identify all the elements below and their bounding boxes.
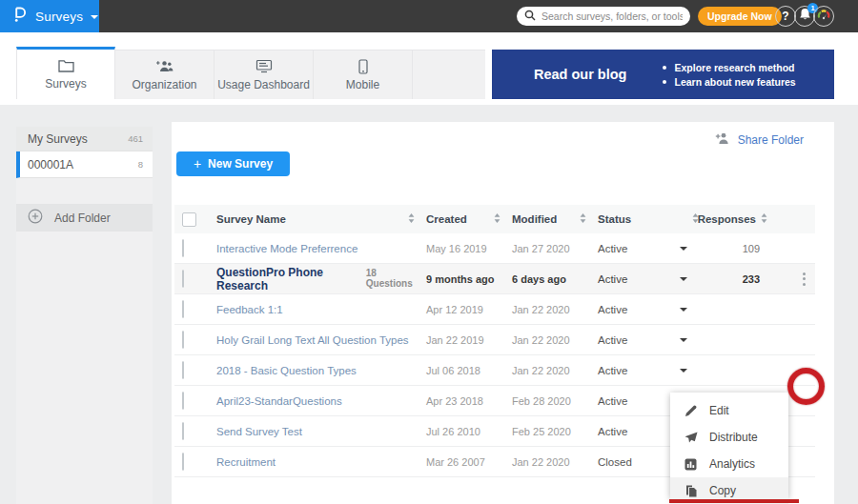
menu-item-analytics[interactable]: Analytics [670, 451, 788, 477]
tab-organization[interactable]: Organization [115, 50, 214, 99]
modified-cell: Feb 25 2020 [504, 426, 590, 437]
survey-name-link[interactable]: Feedback 1:1 [216, 304, 283, 315]
usage-meter-button[interactable] [813, 6, 834, 27]
column-label: Status [598, 213, 631, 225]
folder-count: 461 [128, 133, 143, 144]
status-value: Active [598, 365, 627, 376]
column-label: Modified [512, 213, 557, 225]
pencil-icon [684, 405, 698, 417]
global-search [517, 7, 690, 26]
menu-item-distribute[interactable]: Distribute [670, 424, 788, 451]
survey-name-link[interactable]: 2018 - Basic Question Types [216, 365, 357, 376]
folders-sidebar: My Surveys 461 000001A 8 Add Folder [16, 127, 153, 504]
question-mark-icon: ? [782, 10, 788, 23]
status-dropdown-caret[interactable] [680, 247, 687, 251]
new-survey-button[interactable]: + New Survey [176, 151, 290, 176]
share-folder-button[interactable]: Share Folder [715, 131, 804, 149]
status-dropdown-caret[interactable] [680, 277, 687, 281]
product-switcher[interactable]: Surveys [0, 0, 99, 32]
menu-item-edit[interactable]: Edit [670, 397, 788, 424]
status-value: Active [598, 243, 627, 254]
created-cell: Jul 06 2018 [419, 365, 504, 376]
survey-name-link[interactable]: QuestionPro Phone Research [216, 266, 358, 292]
tab-mobile[interactable]: Mobile [314, 50, 413, 99]
tab-usage-dashboard[interactable]: Usage Dashboard [214, 50, 314, 99]
notifications-button[interactable]: 1 [794, 6, 815, 27]
tab-surveys[interactable]: Surveys [16, 47, 115, 99]
survey-name-cell: April23-StandarQuestions [216, 395, 419, 407]
plus-icon: + [194, 156, 201, 171]
row-checkbox[interactable] [182, 392, 184, 410]
row-checkbox[interactable] [182, 422, 184, 440]
gauge-icon [817, 8, 830, 25]
row-actions-dots[interactable] [801, 271, 807, 288]
row-checkbox-cell [174, 393, 216, 410]
row-checkbox[interactable] [182, 361, 184, 379]
row-checkbox-cell [174, 271, 216, 288]
status-dropdown-caret[interactable] [680, 369, 687, 373]
column-header-responses[interactable]: Responses [703, 213, 781, 225]
sort-icon[interactable] [494, 213, 500, 225]
search-input[interactable] [541, 10, 683, 22]
blog-banner[interactable]: Read our blog Explore research method Le… [492, 50, 834, 99]
sidebar-folder-000001a[interactable]: 000001A 8 [16, 151, 153, 178]
status-value: Active [598, 273, 627, 285]
responses-cell: 233 [703, 273, 781, 285]
row-checkbox[interactable] [182, 331, 184, 349]
help-button[interactable]: ? [775, 6, 796, 27]
row-checkbox[interactable] [182, 239, 184, 257]
row-checkbox[interactable] [182, 300, 184, 318]
row-checkbox-cell [174, 423, 216, 440]
add-folder-label: Add Folder [54, 212, 111, 225]
column-header-modified[interactable]: Modified [504, 213, 590, 225]
column-header-survey-name[interactable]: Survey Name [216, 213, 419, 225]
status-value: Closed [598, 456, 632, 468]
person-plus-icon [715, 131, 730, 149]
survey-name-cell: Feedback 1:1 [216, 304, 419, 315]
sort-icon[interactable] [580, 213, 586, 225]
tab-label: Organization [132, 78, 196, 91]
row-checkbox[interactable] [182, 453, 184, 471]
sort-icon[interactable] [408, 213, 415, 225]
survey-name-link[interactable]: Recruitment [216, 456, 276, 468]
created-cell: Jan 22 2019 [419, 334, 504, 346]
row-checkbox[interactable] [182, 270, 184, 288]
column-label: Created [426, 213, 467, 225]
menu-item-label: Copy [709, 484, 736, 497]
share-folder-label: Share Folder [738, 133, 804, 147]
sidebar-folder-my-surveys[interactable]: My Surveys 461 [16, 127, 153, 151]
row-checkbox-cell [174, 332, 216, 349]
column-header-created[interactable]: Created [419, 213, 504, 225]
table-header-row: Survey Name Created Modified Status Resp… [174, 205, 815, 233]
survey-name-cell: Holy Grail Long Text All Question Types [216, 334, 419, 346]
column-header-status[interactable]: Status [590, 213, 703, 225]
folder-label: 000001A [28, 158, 73, 171]
table-row: Feedback 1:1 Apr 12 2019 Jan 22 2020 Act… [174, 294, 815, 325]
send-icon [684, 432, 698, 443]
survey-name-link[interactable]: Holy Grail Long Text All Question Types [216, 334, 409, 346]
survey-name-link[interactable]: April23-StandarQuestions [216, 395, 342, 407]
survey-name-cell: Interactive Mode Preferrence [216, 243, 419, 254]
created-cell: Mar 26 2007 [419, 456, 504, 468]
status-dropdown-caret[interactable] [680, 338, 687, 342]
upgrade-button[interactable]: Upgrade Now [698, 7, 782, 26]
sort-icon[interactable] [761, 213, 767, 225]
survey-name-cell: Send Survey Test [216, 426, 419, 437]
modified-cell: Jan 22 2020 [504, 365, 590, 376]
row-checkbox-cell [174, 240, 216, 257]
annotation-red-underline [669, 499, 799, 503]
survey-name-link[interactable]: Interactive Mode Preferrence [216, 243, 358, 254]
status-value: Active [598, 426, 627, 437]
status-value: Active [598, 395, 627, 407]
blog-banner-bullet: Explore research method [663, 62, 795, 73]
status-dropdown-caret[interactable] [680, 308, 687, 312]
circle-plus-icon [28, 209, 43, 228]
select-all-checkbox[interactable] [182, 212, 196, 227]
add-folder-button[interactable]: Add Folder [16, 204, 153, 232]
blog-banner-title[interactable]: Read our blog [534, 67, 626, 82]
survey-name-link[interactable]: Send Survey Test [216, 426, 302, 437]
status-cell: Active [590, 334, 703, 346]
blog-banner-bullet: Learn about new features [663, 76, 795, 88]
row-checkbox-cell [174, 454, 216, 471]
annotation-red-circle [787, 368, 825, 405]
